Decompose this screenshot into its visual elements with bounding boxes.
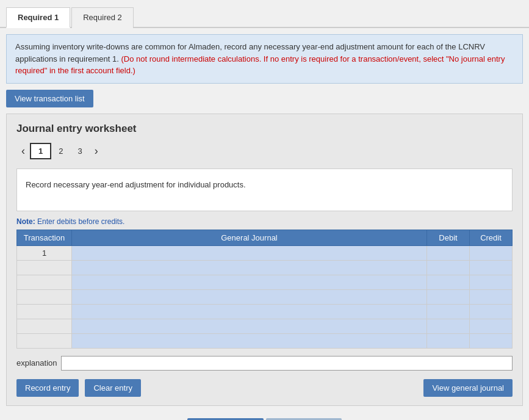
input-debit-5[interactable] bbox=[427, 305, 469, 319]
page-1[interactable]: 1 bbox=[30, 143, 51, 159]
cell-credit-5[interactable] bbox=[470, 304, 513, 319]
input-general-journal-7[interactable] bbox=[72, 334, 426, 348]
view-general-journal-button[interactable]: View general journal bbox=[423, 379, 513, 397]
input-general-journal-1[interactable] bbox=[72, 246, 426, 260]
cell-debit-6[interactable] bbox=[427, 319, 470, 333]
worksheet-title: Journal entry worksheet bbox=[16, 123, 513, 135]
clear-entry-button[interactable]: Clear entry bbox=[85, 379, 141, 397]
cell-transaction-4 bbox=[17, 289, 72, 304]
cell-general-journal-2[interactable] bbox=[72, 260, 427, 275]
prev-required-button[interactable]: < Required 1 bbox=[187, 418, 264, 421]
cell-transaction-7 bbox=[17, 333, 72, 348]
input-credit-4[interactable] bbox=[470, 290, 512, 304]
page-2[interactable]: 2 bbox=[51, 144, 70, 158]
input-credit-7[interactable] bbox=[470, 334, 512, 348]
table-row bbox=[17, 304, 513, 319]
cell-transaction-6 bbox=[17, 319, 72, 333]
cell-general-journal-5[interactable] bbox=[72, 304, 427, 319]
cell-transaction-1: 1 bbox=[17, 245, 72, 260]
col-header-credit: Credit bbox=[470, 230, 513, 245]
input-general-journal-3[interactable] bbox=[72, 275, 426, 289]
top-tabs: Required 1 Required 2 bbox=[0, 6, 529, 28]
cell-credit-2[interactable] bbox=[470, 260, 513, 275]
tab-required1[interactable]: Required 1 bbox=[6, 7, 70, 28]
input-debit-7[interactable] bbox=[427, 334, 469, 348]
table-row: 1 bbox=[17, 245, 513, 260]
cell-credit-3[interactable] bbox=[470, 275, 513, 289]
next-page-arrow[interactable]: › bbox=[90, 142, 103, 160]
input-debit-3[interactable] bbox=[427, 275, 469, 289]
input-debit-1[interactable] bbox=[427, 246, 469, 260]
cell-credit-4[interactable] bbox=[470, 289, 513, 304]
record-entry-button[interactable]: Record entry bbox=[16, 379, 79, 397]
table-row bbox=[17, 319, 513, 333]
cell-credit-6[interactable] bbox=[470, 319, 513, 333]
input-credit-3[interactable] bbox=[470, 275, 512, 289]
pagination-row: ‹ 1 2 3 › bbox=[16, 142, 513, 160]
cell-credit-7[interactable] bbox=[470, 333, 513, 348]
cell-general-journal-4[interactable] bbox=[72, 289, 427, 304]
next-required-button[interactable]: Required 2 > bbox=[266, 418, 342, 421]
note-row: Note: Enter debits before credits. bbox=[16, 217, 513, 226]
col-header-general-journal: General Journal bbox=[72, 230, 427, 245]
info-box: Assuming inventory write-downs are commo… bbox=[6, 34, 523, 84]
explanation-label: explanation bbox=[16, 358, 57, 368]
input-general-journal-4[interactable] bbox=[72, 290, 426, 304]
note-label: Note: bbox=[16, 217, 35, 226]
col-header-debit: Debit bbox=[427, 230, 470, 245]
cell-general-journal-1[interactable] bbox=[72, 245, 427, 260]
input-general-journal-6[interactable] bbox=[72, 319, 426, 333]
table-row bbox=[17, 289, 513, 304]
cell-debit-4[interactable] bbox=[427, 289, 470, 304]
input-credit-5[interactable] bbox=[470, 305, 512, 319]
table-row bbox=[17, 275, 513, 289]
tab-required2[interactable]: Required 2 bbox=[71, 7, 134, 28]
input-debit-2[interactable] bbox=[427, 261, 469, 275]
worksheet-card: Journal entry worksheet ‹ 1 2 3 › Record… bbox=[6, 114, 523, 406]
view-transaction-btn-wrapper: View transaction list bbox=[6, 90, 523, 107]
cell-debit-3[interactable] bbox=[427, 275, 470, 289]
journal-table: Transaction General Journal Debit Credit… bbox=[16, 230, 513, 349]
cell-debit-7[interactable] bbox=[427, 333, 470, 348]
action-buttons: Record entry Clear entry View general jo… bbox=[16, 379, 513, 397]
input-credit-6[interactable] bbox=[470, 319, 512, 333]
instruction-text: Record necessary year-end adjustment for… bbox=[26, 180, 246, 189]
col-header-transaction: Transaction bbox=[17, 230, 72, 245]
view-transaction-button[interactable]: View transaction list bbox=[6, 90, 93, 107]
explanation-input[interactable] bbox=[61, 356, 513, 371]
page-3[interactable]: 3 bbox=[70, 144, 89, 158]
cell-debit-1[interactable] bbox=[427, 245, 470, 260]
prev-page-arrow[interactable]: ‹ bbox=[16, 142, 30, 160]
input-debit-6[interactable] bbox=[427, 319, 469, 333]
bottom-nav: < Required 1 Required 2 > bbox=[6, 418, 523, 421]
cell-transaction-2 bbox=[17, 260, 72, 275]
cell-general-journal-7[interactable] bbox=[72, 333, 427, 348]
page-wrapper: Required 1 Required 2 Assuming inventory… bbox=[0, 0, 529, 420]
input-debit-4[interactable] bbox=[427, 290, 469, 304]
input-credit-2[interactable] bbox=[470, 261, 512, 275]
cell-general-journal-3[interactable] bbox=[72, 275, 427, 289]
table-row bbox=[17, 260, 513, 275]
input-credit-1[interactable] bbox=[470, 246, 512, 260]
explanation-row: explanation bbox=[16, 356, 513, 371]
cell-debit-2[interactable] bbox=[427, 260, 470, 275]
input-general-journal-5[interactable] bbox=[72, 305, 426, 319]
cell-credit-1[interactable] bbox=[470, 245, 513, 260]
cell-transaction-5 bbox=[17, 304, 72, 319]
cell-debit-5[interactable] bbox=[427, 304, 470, 319]
cell-transaction-3 bbox=[17, 275, 72, 289]
cell-general-journal-6[interactable] bbox=[72, 319, 427, 333]
note-content: Enter debits before credits. bbox=[37, 217, 124, 226]
input-general-journal-2[interactable] bbox=[72, 261, 426, 275]
table-row bbox=[17, 333, 513, 348]
instruction-box: Record necessary year-end adjustment for… bbox=[16, 168, 513, 211]
